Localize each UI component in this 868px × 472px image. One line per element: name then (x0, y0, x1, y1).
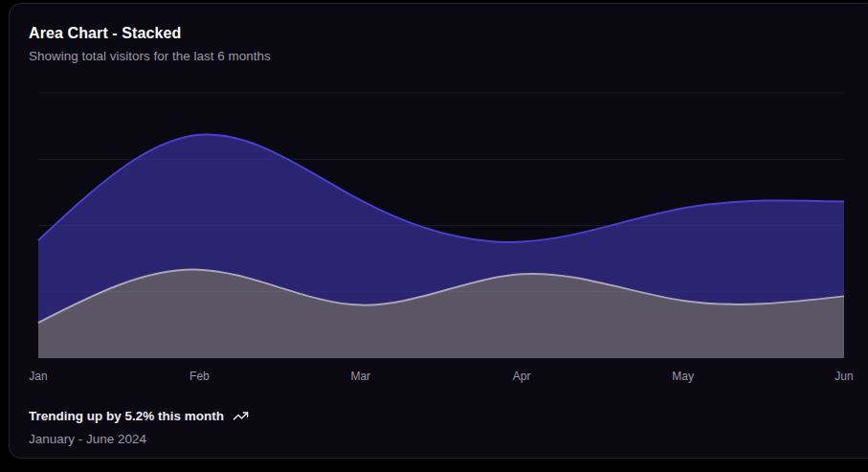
x-axis-label: Mar (350, 370, 370, 383)
stacked-area-chart[interactable]: JanFebMarAprMayJun (0, 0, 868, 472)
x-axis-label: Feb (189, 370, 210, 383)
x-axis-label: Jun (835, 370, 853, 383)
x-axis-label: Apr (513, 370, 531, 383)
x-axis-label: Jan (29, 370, 47, 383)
x-axis-label: May (672, 370, 694, 383)
